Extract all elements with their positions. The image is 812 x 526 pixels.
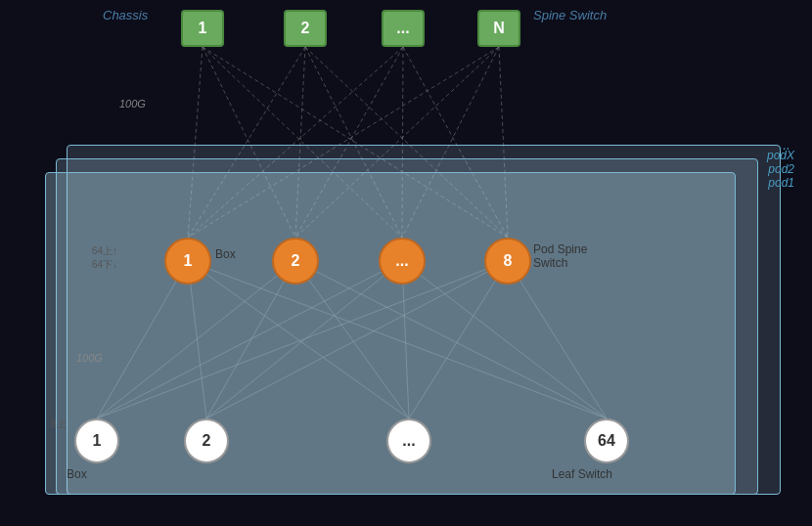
chassis-label: Chassis (103, 8, 148, 22)
leaf-switch-2: 2 (184, 418, 229, 463)
leaf-annotation: 8上 (51, 417, 67, 431)
pod-spine-box-label: Box (215, 247, 236, 261)
pod-spine-8: 8 (484, 238, 531, 285)
spine-switch-dots: ... (382, 10, 425, 47)
pod-spine-1: 1 (164, 238, 211, 285)
leaf-box-label: Box (67, 467, 87, 481)
pod-spine-annotation: 64上↑64下↓ (92, 244, 117, 272)
link-100g-bottom: 100G (76, 352, 103, 364)
spine-switch-n: N (477, 10, 520, 47)
pod-1-label: pod1 (768, 176, 794, 190)
spine-switch-label: Spine Switch (533, 8, 607, 22)
leaf-switch-64: 64 (584, 418, 629, 463)
leaf-switch-label: Leaf Switch (552, 467, 612, 481)
pod-spine-switch-label: Pod SpineSwitch (533, 242, 587, 270)
pod-2-label: pod2 (768, 162, 794, 176)
pod-ellipsis: ... (779, 137, 790, 153)
diagram-container: podX pod2 pod1 ... Chassis Spine Switch … (0, 0, 812, 526)
leaf-switch-1: 1 (74, 418, 119, 463)
spine-switch-1: 1 (181, 10, 224, 47)
link-100g-top: 100G (119, 98, 146, 110)
pod-spine-dots: ... (379, 238, 426, 285)
pod-spine-2: 2 (272, 238, 319, 285)
spine-switch-2: 2 (284, 10, 327, 47)
leaf-switch-dots: ... (386, 418, 431, 463)
